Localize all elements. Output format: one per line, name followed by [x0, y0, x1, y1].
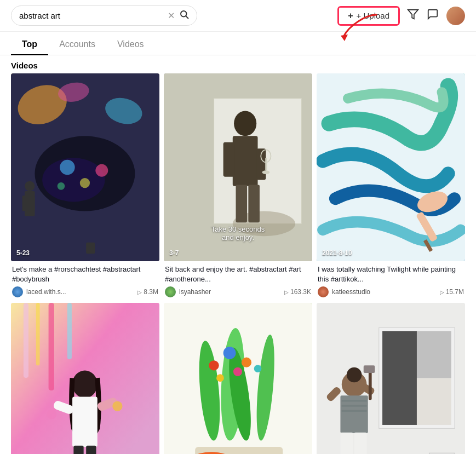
svg-point-11 [80, 178, 90, 188]
svg-point-58 [216, 375, 224, 382]
svg-rect-19 [30, 196, 35, 211]
svg-point-16 [25, 181, 35, 191]
svg-rect-44 [72, 397, 98, 447]
svg-rect-28 [236, 185, 247, 223]
video-thumb-3: 2021-8-10 [317, 73, 465, 261]
video-overlay-text-2: Take 30 secondsand enjoy. [164, 225, 312, 242]
svg-point-9 [60, 160, 74, 175]
video-card-3[interactable]: 2021-8-10 I was totally watching Twiligh… [317, 73, 465, 298]
video-username-1: laced.with.s... [26, 288, 134, 296]
video-views-1: ▷ 8.3M [137, 288, 158, 296]
upload-plus: + [348, 11, 353, 21]
svg-rect-25 [233, 136, 258, 186]
svg-rect-76 [417, 331, 451, 378]
svg-rect-26 [223, 142, 235, 177]
svg-rect-81 [342, 405, 367, 407]
section-label: Videos [0, 55, 476, 73]
svg-point-10 [95, 164, 108, 177]
svg-rect-88 [354, 433, 367, 454]
video-avatar-2 [165, 286, 176, 297]
clear-icon[interactable]: ✕ [168, 12, 175, 20]
svg-point-43 [72, 371, 98, 398]
svg-point-49 [47, 410, 56, 419]
video-meta-1: laced.with.s... ▷ 8.3M [12, 286, 158, 297]
video-avatar-3 [318, 286, 329, 297]
svg-point-12 [58, 182, 65, 190]
video-avatar-1 [12, 286, 23, 297]
tab-videos[interactable]: Videos [106, 34, 155, 55]
avatar[interactable] [446, 7, 465, 25]
svg-point-61 [242, 358, 251, 367]
svg-rect-39 [24, 303, 28, 378]
filter-icon[interactable] [407, 8, 419, 24]
svg-point-59 [223, 347, 236, 359]
tab-accounts[interactable]: Accounts [48, 34, 106, 55]
svg-rect-18 [22, 196, 27, 211]
svg-point-50 [112, 401, 122, 411]
header-right: + + Upload [338, 7, 465, 25]
svg-rect-74 [382, 331, 417, 426]
svg-rect-86 [364, 366, 375, 373]
svg-rect-20 [86, 243, 95, 254]
svg-rect-40 [36, 303, 40, 365]
video-thumb-4 [11, 303, 159, 454]
message-icon[interactable] [427, 8, 439, 24]
svg-rect-48 [86, 446, 96, 454]
svg-rect-82 [342, 410, 367, 412]
header: ✕ + + Upload [0, 0, 476, 32]
video-date-3: 2021-8-10 [322, 249, 352, 257]
svg-point-32 [262, 170, 270, 174]
video-username-3: katieesstudio [332, 288, 437, 296]
video-views-3: ▷ 15.7M [440, 288, 464, 296]
video-card-5[interactable] [164, 303, 312, 454]
video-desc-3: I was totally watching Twilight while pa… [318, 265, 464, 284]
video-meta-3: katieesstudio ▷ 15.7M [318, 286, 464, 297]
svg-rect-47 [73, 446, 83, 454]
svg-marker-3 [408, 9, 418, 19]
tab-top[interactable]: Top [11, 34, 48, 55]
video-thumb-2: 3-7 Take 30 secondsand enjoy. [164, 73, 312, 261]
video-views-2: ▷ 163.3K [284, 288, 311, 296]
svg-point-62 [254, 365, 262, 373]
svg-point-24 [234, 111, 256, 136]
video-username-2: isyahasher [179, 288, 281, 296]
svg-rect-30 [265, 158, 267, 170]
search-input[interactable] [19, 11, 163, 20]
upload-button[interactable]: + + Upload [338, 7, 399, 25]
svg-rect-87 [340, 433, 353, 454]
video-thumb-5 [164, 303, 312, 454]
svg-rect-85 [369, 369, 372, 400]
video-info-1: Let's make a #rorschachtest #abstractart… [11, 261, 159, 298]
search-icon[interactable] [179, 9, 189, 22]
video-card-2[interactable]: 3-7 Take 30 secondsand enjoy. Sit back a… [164, 73, 312, 298]
video-desc-2: Sit back and enjoy the art. #abstractart… [165, 265, 311, 284]
svg-rect-75 [417, 378, 451, 426]
svg-rect-41 [49, 303, 54, 390]
svg-point-78 [347, 367, 362, 382]
upload-label: + Upload [357, 11, 389, 20]
video-desc-1: Let's make a #rorschachtest #abstractart… [12, 265, 158, 284]
svg-rect-29 [248, 185, 260, 223]
video-card-1[interactable]: 5-23 Let's make a #rorschachtest #abstra… [11, 73, 159, 298]
video-date-2: 3-7 [169, 249, 179, 257]
svg-rect-42 [67, 303, 72, 359]
svg-rect-80 [342, 400, 367, 402]
video-meta-2: isyahasher ▷ 163.3K [165, 286, 311, 297]
video-card-4[interactable] [11, 303, 159, 454]
svg-line-1 [186, 16, 188, 18]
video-card-6[interactable] [317, 303, 465, 454]
video-info-3: I was totally watching Twilight while pa… [317, 261, 465, 298]
video-date-1: 5-23 [16, 249, 30, 257]
tabs: Top Accounts Videos [0, 34, 476, 55]
video-info-2: Sit back and enjoy the art. #abstractart… [164, 261, 312, 298]
search-bar: ✕ [11, 5, 197, 26]
video-thumb-6 [317, 303, 465, 454]
video-grid: 5-23 Let's make a #rorschachtest #abstra… [0, 73, 476, 454]
svg-point-57 [209, 361, 219, 371]
video-thumb-1: 5-23 [11, 73, 159, 261]
svg-point-60 [233, 367, 242, 376]
